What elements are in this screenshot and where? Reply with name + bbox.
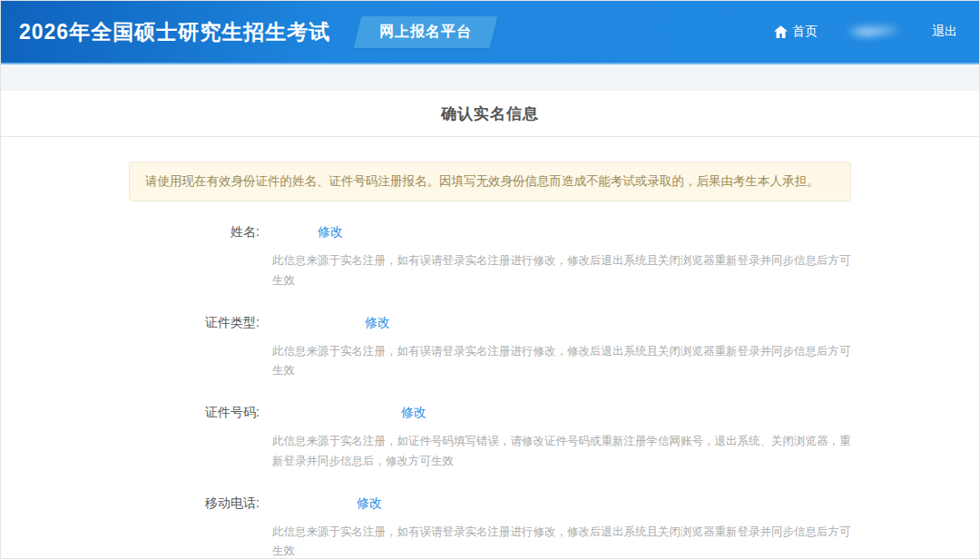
nav-logout-label: 退出: [932, 24, 957, 40]
realname-form: 姓名: 修改 此信息来源于实名注册，如有误请登录实名注册进行修改，修改后退出系统…: [127, 224, 853, 559]
form-row-mobile: 移动电话: 修改 此信息来源于实名注册，如有误请登录实名注册进行修改，修改后退出…: [127, 495, 853, 559]
page-title-row: 确认实名信息: [1, 91, 979, 137]
sub-header-strip: [1, 64, 979, 91]
id-type-value-redacted: [260, 315, 365, 331]
id-number-modify-link[interactable]: 修改: [401, 405, 426, 421]
nav-logout-link[interactable]: 退出: [932, 24, 957, 40]
top-header: 2026年全国硕士研究生招生考试 网上报名平台 首页 退出: [1, 1, 979, 64]
mobile-hint: 此信息来源于实名注册，如有误请登录实名注册进行修改，修改后退出系统且关闭浏览器重…: [272, 523, 853, 559]
page-title: 确认实名信息: [1, 103, 979, 124]
id-type-hint: 此信息来源于实名注册，如有误请登录实名注册进行修改，修改后退出系统且关闭浏览器重…: [272, 342, 853, 381]
form-row-id-number: 证件号码: 修改 此信息来源于实名注册，如证件号码填写错误，请修改证件号码或重新…: [127, 405, 853, 471]
notice-alert: 请使用现在有效身份证件的姓名、证件号码注册报名。因填写无效身份信息而造成不能考试…: [129, 162, 851, 201]
nav-home-label: 首页: [792, 24, 818, 40]
id-number-label: 证件号码:: [127, 405, 260, 421]
id-type-label: 证件类型:: [127, 315, 260, 331]
id-number-hint: 此信息来源于实名注册，如证件号码填写错误，请修改证件号码或重新注册学信网账号，退…: [272, 432, 853, 471]
platform-badge-label: 网上报名平台: [379, 23, 472, 42]
registration-page: 2026年全国硕士研究生招生考试 网上报名平台 首页 退出 确认实名信息 请使用…: [0, 0, 980, 559]
form-row-name: 姓名: 修改 此信息来源于实名注册，如有误请登录实名注册进行修改，修改后退出系统…: [127, 224, 853, 290]
top-nav: 首页 退出: [774, 23, 957, 41]
mobile-value-redacted: [260, 495, 357, 512]
name-label: 姓名:: [127, 224, 260, 240]
site-title: 2026年全国硕士研究生招生考试: [19, 18, 330, 46]
nav-home-link[interactable]: 首页: [774, 24, 818, 40]
form-row-id-type: 证件类型: 修改 此信息来源于实名注册，如有误请登录实名注册进行修改，修改后退出…: [127, 315, 853, 381]
mobile-modify-link[interactable]: 修改: [357, 495, 382, 512]
name-value-redacted: [260, 224, 318, 240]
name-hint: 此信息来源于实名注册，如有误请登录实名注册进行修改，修改后退出系统且关闭浏览器重…: [272, 251, 853, 290]
platform-badge: 网上报名平台: [354, 16, 498, 48]
mobile-label: 移动电话:: [127, 495, 260, 512]
name-modify-link[interactable]: 修改: [318, 224, 343, 240]
main-content: 确认实名信息 请使用现在有效身份证件的姓名、证件号码注册报名。因填写无效身份信息…: [1, 91, 979, 559]
id-number-value-redacted: [260, 405, 401, 421]
username-blurred: [848, 23, 901, 41]
id-type-modify-link[interactable]: 修改: [365, 315, 390, 331]
home-icon: [774, 25, 788, 38]
